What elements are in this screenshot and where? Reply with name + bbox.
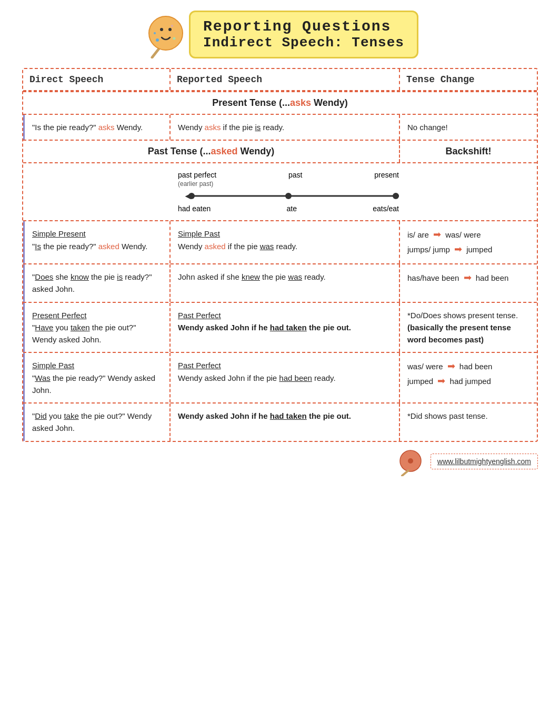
- present-tense-row: "Is the pie ready?" asks Wendy. Wendy as…: [23, 114, 537, 140]
- row-1: Simple Present "Is the pie ready?" asked…: [23, 220, 537, 263]
- row1-direct: Simple Present "Is the pie ready?" asked…: [23, 221, 171, 263]
- row-4: Simple Past "Was the pie ready?" Wendy a…: [23, 352, 537, 402]
- row3-reported: Past Perfect Wendy asked John if he had …: [171, 303, 400, 352]
- timeline-container: past perfect (earlier past) past present…: [178, 171, 399, 213]
- row3-direct: Present Perfect "Have you taken the pie …: [23, 303, 171, 352]
- timeline-dot-1: [188, 193, 195, 199]
- row4-reported: Past Perfect Wendy asked John if the pie…: [171, 353, 400, 402]
- svg-point-8: [171, 25, 173, 27]
- row4-tense: was/ were ➡ had been jumped ➡ had jumped: [400, 353, 537, 402]
- present-direct-cell: "Is the pie ready?" asks Wendy.: [23, 115, 171, 140]
- row1-reported: Simple Past Wendy asked if the pie was r…: [171, 221, 400, 263]
- present-tense-change-cell: No change!: [400, 115, 537, 140]
- present-tense-header: Present Tense (...asks Wendy): [23, 91, 537, 114]
- row-2: "Does she know the pie is ready?" asked …: [23, 263, 537, 302]
- col-header-tense: Tense Change: [400, 69, 537, 90]
- timeline-dot-3: [393, 193, 399, 199]
- row4-direct: Simple Past "Was the pie ready?" Wendy a…: [23, 353, 171, 402]
- svg-point-4: [168, 28, 172, 31]
- present-reported-cell: Wendy asks if the pie is ready.: [171, 115, 400, 140]
- column-headers: Direct Speech Reported Speech Tense Chan…: [23, 69, 537, 91]
- title-line2: Indirect Speech: Tenses: [203, 35, 404, 51]
- past-tense-header-left: Past Tense (...asked Wendy): [23, 141, 400, 162]
- row5-direct: "Did you take the pie out?" Wendy asked …: [23, 404, 171, 441]
- svg-point-6: [154, 32, 156, 34]
- svg-line-12: [402, 470, 408, 476]
- candy-icon: [142, 11, 184, 58]
- row-3: Present Perfect "Have you taken the pie …: [23, 302, 537, 352]
- page-footer: www.lilbutmightyenglish.com: [22, 447, 538, 476]
- svg-point-7: [173, 37, 176, 40]
- timeline-track: ◄: [178, 191, 399, 201]
- title-line1: Reporting Questions: [203, 18, 404, 35]
- svg-point-10: [408, 458, 413, 464]
- main-table: Direct Speech Reported Speech Tense Chan…: [22, 68, 538, 442]
- timeline-line: [188, 195, 399, 197]
- timeline-row: past perfect (earlier past) past present…: [23, 162, 537, 220]
- row5-tense: *Did shows past tense.: [400, 404, 537, 441]
- footer-url[interactable]: www.lilbutmightyenglish.com: [431, 454, 538, 469]
- title-box: Reporting Questions Indirect Speech: Ten…: [189, 11, 418, 58]
- row1-tense: is/ are ➡ was/ were jumps/ jump ➡ jumped: [400, 221, 537, 263]
- row-5: "Did you take the pie out?" Wendy asked …: [23, 402, 537, 441]
- row2-direct: "Does she know the pie is ready?" asked …: [23, 264, 171, 302]
- row2-tense: has/have been ➡ had been: [400, 264, 537, 302]
- page-header: Reporting Questions Indirect Speech: Ten…: [142, 11, 418, 58]
- row5-reported: Wendy asked John if he had taken the pie…: [171, 404, 400, 441]
- svg-point-3: [160, 28, 163, 31]
- col-header-direct: Direct Speech: [23, 69, 171, 90]
- timeline-dot-2: [285, 193, 292, 199]
- col-header-reported: Reported Speech: [171, 69, 400, 90]
- timeline-top-labels: past perfect (earlier past) past present: [178, 171, 399, 188]
- timeline-bottom-labels: had eaten ate eats/eat: [178, 204, 399, 213]
- past-tense-header-row: Past Tense (...asked Wendy) Backshift!: [23, 140, 537, 162]
- svg-point-5: [156, 38, 159, 42]
- backshift-header: Backshift!: [400, 141, 537, 162]
- footer-candy-icon: [396, 447, 422, 476]
- row3-tense: *Do/Does shows present tense. (basically…: [400, 303, 537, 352]
- row2-reported: John asked if she knew the pie was ready…: [171, 264, 400, 302]
